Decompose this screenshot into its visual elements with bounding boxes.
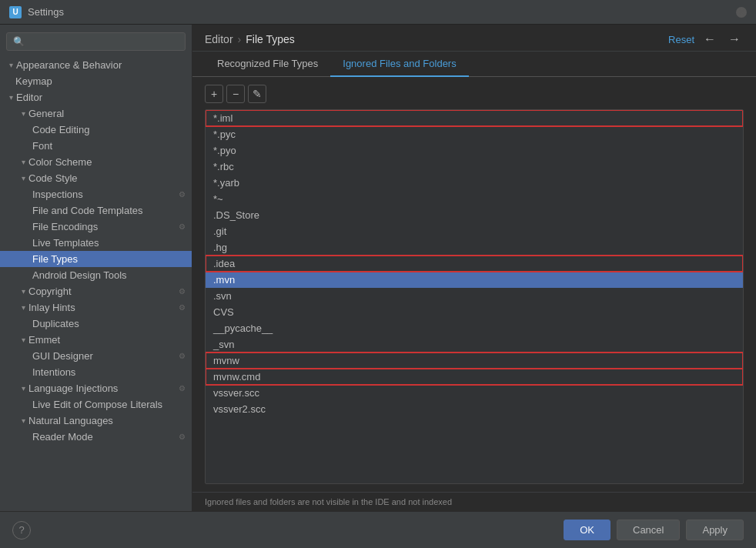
sidebar-item-duplicates[interactable]: Duplicates [0, 316, 192, 332]
tab-ignored[interactable]: Ignored Files and Folders [330, 52, 468, 77]
list-item[interactable]: *.iml [206, 110, 743, 126]
sidebar-item-natural-languages[interactable]: ▾Natural Languages [0, 413, 192, 429]
content-header: Editor › File Types Reset ← → [192, 25, 756, 52]
settings-icon: ⚙ [179, 190, 186, 199]
list-item[interactable]: __pycache__ [206, 320, 743, 336]
sidebar-item-general[interactable]: ▾General [0, 105, 192, 122]
breadcrumb: Editor › File Types [205, 33, 295, 45]
sidebar-item-label: Color Scheme [28, 156, 92, 168]
remove-button[interactable]: − [226, 85, 245, 103]
sidebar-item-gui-designer[interactable]: GUI Designer⚙ [0, 348, 192, 364]
list-item[interactable]: vssver2.scc [206, 401, 743, 417]
sidebar-item-label: File Types [32, 253, 78, 265]
list-item[interactable]: .mvn [206, 272, 743, 288]
sidebar: ▾Appearance & BehaviorKeymap▾Editor▾Gene… [0, 25, 192, 511]
sidebar-item-live-templates[interactable]: Live Templates [0, 235, 192, 251]
arrow-icon: ▾ [22, 158, 25, 166]
sidebar-item-label: Font [32, 140, 52, 152]
list-item[interactable]: _svn [206, 336, 743, 353]
sidebar-item-android-design-tools[interactable]: Android Design Tools [0, 267, 192, 283]
close-button[interactable]: ✕ [736, 7, 747, 18]
sidebar-item-label: Live Templates [32, 237, 99, 249]
arrow-icon: ▾ [9, 93, 13, 102]
sidebar-item-file-encodings[interactable]: File Encodings⚙ [0, 219, 192, 235]
sidebar-item-emmet[interactable]: ▾Emmet [0, 332, 192, 348]
arrow-icon: ▾ [22, 384, 25, 393]
sidebar-item-inspections[interactable]: Inspections⚙ [0, 186, 192, 202]
list-item[interactable]: mvnw.cmd [206, 369, 743, 385]
list-item[interactable]: CVS [206, 304, 743, 320]
sidebar-item-font[interactable]: Font [0, 138, 192, 154]
apply-button[interactable]: Apply [686, 520, 744, 540]
add-button[interactable]: + [205, 85, 223, 103]
nav-forward-button[interactable]: → [725, 32, 744, 46]
title-bar-controls: ✕ [736, 7, 747, 18]
footer-buttons: OK Cancel Apply [564, 520, 744, 540]
list-item[interactable]: vssver.scc [206, 385, 743, 401]
footer: ? OK Cancel Apply [0, 511, 756, 548]
list-item[interactable]: *~ [206, 191, 743, 207]
status-bar: Ignored files and folders are not visibl… [192, 492, 756, 511]
list-item[interactable]: *.pyo [206, 142, 743, 159]
main-layout: ▾Appearance & BehaviorKeymap▾Editor▾Gene… [0, 25, 756, 511]
cancel-button[interactable]: Cancel [617, 520, 680, 540]
sidebar-item-intentions[interactable]: Intentions [0, 364, 192, 380]
sidebar-item-label: GUI Designer [32, 350, 93, 362]
arrow-icon: ▾ [22, 174, 25, 182]
arrow-icon: ▾ [22, 109, 25, 118]
sidebar-item-code-style[interactable]: ▾Code Style [0, 170, 192, 186]
settings-icon: ⚙ [179, 384, 186, 393]
file-list-toolbar: + − ✎ [205, 85, 744, 103]
reset-button[interactable]: Reset [668, 34, 694, 45]
arrow-icon: ▾ [22, 416, 25, 425]
sidebar-item-live-edit[interactable]: Live Edit of Compose Literals [0, 396, 192, 413]
list-item[interactable]: .DS_Store [206, 207, 743, 223]
sidebar-item-label: Code Style [28, 172, 78, 184]
list-item[interactable]: *.yarb [206, 175, 743, 191]
panel: + − ✎ *.iml*.pyc*.pyo*.rbc*.yarb*~.DS_St… [192, 77, 756, 492]
app-icon: U [9, 6, 22, 18]
breadcrumb-current: File Types [246, 33, 295, 45]
arrow-icon: ▾ [9, 61, 13, 69]
nav-back-button[interactable]: ← [701, 32, 719, 46]
list-item[interactable]: mvnw [206, 353, 743, 369]
search-input[interactable] [6, 32, 186, 51]
sidebar-item-inlay-hints[interactable]: ▾Inlay Hints⚙ [0, 299, 192, 316]
ok-button[interactable]: OK [564, 520, 610, 540]
sidebar-item-label: Code Editing [32, 124, 89, 135]
sidebar-item-appearance[interactable]: ▾Appearance & Behavior [0, 57, 192, 73]
sidebar-item-label: Natural Languages [28, 415, 113, 426]
settings-icon: ⚙ [179, 433, 186, 441]
sidebar-item-label: Inspections [32, 189, 83, 200]
sidebar-item-editor[interactable]: ▾Editor [0, 89, 192, 105]
content-area: Editor › File Types Reset ← → Recognized… [192, 25, 756, 511]
list-item[interactable]: *.rbc [206, 159, 743, 175]
sidebar-item-language-injections[interactable]: ▾Language Injections⚙ [0, 380, 192, 396]
sidebar-item-label: Copyright [28, 286, 72, 297]
edit-button[interactable]: ✎ [248, 85, 266, 103]
sidebar-item-label: Appearance & Behavior [16, 59, 122, 71]
help-button[interactable]: ? [12, 521, 31, 540]
settings-icon: ⚙ [179, 352, 186, 360]
sidebar-item-copyright[interactable]: ▾Copyright⚙ [0, 283, 192, 299]
sidebar-item-file-code-templates[interactable]: File and Code Templates [0, 202, 192, 219]
sidebar-item-label: Emmet [28, 334, 60, 346]
sidebar-item-file-types[interactable]: File Types [0, 251, 192, 267]
list-item[interactable]: *.pyc [206, 126, 743, 142]
file-list: *.iml*.pyc*.pyo*.rbc*.yarb*~.DS_Store.gi… [205, 109, 744, 484]
tab-recognized[interactable]: Recognized File Types [205, 52, 330, 77]
list-item[interactable]: .idea [206, 256, 743, 272]
sidebar-item-code-editing[interactable]: Code Editing [0, 122, 192, 138]
window-title: Settings [28, 6, 736, 18]
sidebar-item-label: Editor [16, 92, 42, 103]
sidebar-item-color-scheme[interactable]: ▾Color Scheme [0, 154, 192, 170]
sidebar-item-label: Inlay Hints [28, 302, 75, 313]
arrow-icon: ▾ [22, 287, 25, 296]
sidebar-item-label: File and Code Templates [32, 205, 143, 216]
sidebar-item-keymap[interactable]: Keymap [0, 73, 192, 89]
list-item[interactable]: .hg [206, 239, 743, 256]
list-item[interactable]: .git [206, 223, 743, 239]
sidebar-item-label: General [28, 108, 64, 119]
list-item[interactable]: .svn [206, 288, 743, 304]
sidebar-item-reader-mode[interactable]: Reader Mode⚙ [0, 429, 192, 445]
